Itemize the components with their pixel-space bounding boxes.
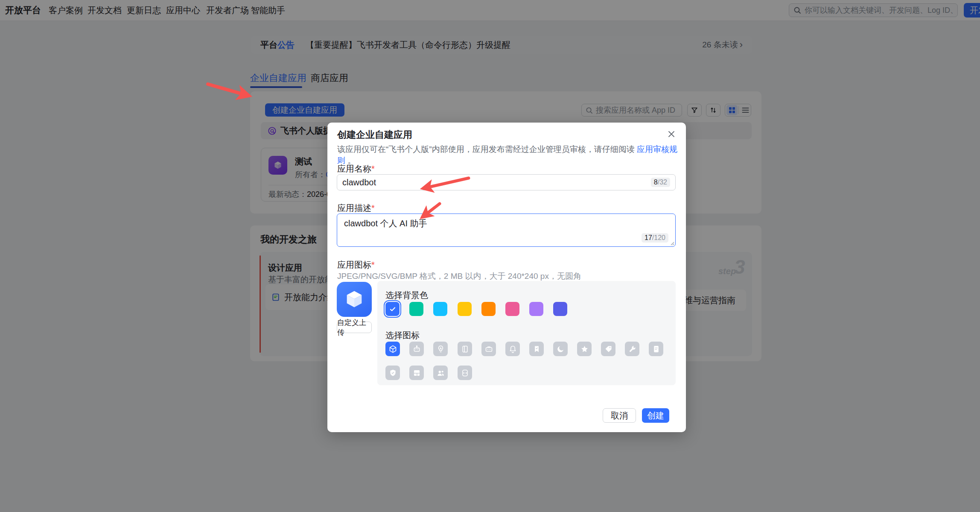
bg-color-swatch-pink[interactable] [505, 302, 519, 316]
code-icon-option[interactable] [458, 366, 472, 380]
bg-color-title: 选择背景色 [385, 290, 428, 301]
cancel-button[interactable]: 取消 [603, 408, 636, 423]
bg-color-swatch-orange[interactable] [481, 302, 496, 316]
desc-char-counter: 17/120 [642, 233, 668, 243]
bg-color-swatch-cyan[interactable] [433, 302, 447, 316]
layout-icon-option[interactable] [409, 366, 424, 380]
cube-icon [343, 288, 365, 310]
close-icon[interactable] [666, 129, 677, 140]
icon-field-label: 应用图标* [337, 259, 375, 271]
confirm-button[interactable]: 创建 [642, 408, 669, 423]
app-icon-preview [337, 282, 372, 317]
shield-check-icon-option[interactable] [385, 366, 400, 380]
screen: 开放平台 客户案例 开发文档 更新日志 应用中心 开发者广场 智能助手 你可以输… [0, 0, 980, 512]
app-name-input[interactable]: clawdbot 8/32 [337, 174, 676, 190]
app-name-value: clawdbot [342, 178, 651, 187]
modal-title: 创建企业自建应用 [337, 129, 412, 141]
robot-icon-option[interactable] [409, 342, 424, 356]
users-icon-option[interactable] [433, 366, 448, 380]
create-app-modal: 创建企业自建应用 该应用仅可在“飞书个人版”内部使用，应用发布需经过企业管理员审… [327, 123, 686, 432]
desc-field-label: 应用描述* [337, 202, 375, 214]
cube-icon-option[interactable] [385, 342, 400, 356]
wrench-icon-option[interactable] [625, 342, 639, 356]
star-icon-option[interactable] [577, 342, 592, 356]
name-field-label: 应用名称* [337, 163, 375, 175]
app-desc-textarea[interactable]: clawdbot 个人 AI 助手 17/120 [337, 214, 676, 247]
bg-color-swatch-indigo[interactable] [553, 302, 567, 316]
resize-handle[interactable] [669, 240, 674, 246]
bulb-icon-option[interactable] [433, 342, 448, 356]
moon-icon-option[interactable] [553, 342, 568, 356]
book-icon-option[interactable] [458, 342, 472, 356]
tag-icon-option[interactable] [601, 342, 615, 356]
bg-color-swatch-yellow[interactable] [458, 302, 472, 316]
bg-color-swatch-green[interactable] [409, 302, 423, 316]
icon-picker-panel: 选择背景色 选择图标 [377, 281, 676, 385]
check-icon [389, 305, 397, 313]
modal-subtitle: 该应用仅可在“飞书个人版”内部使用，应用发布需经过企业管理员审核，请仔细阅读 应… [337, 144, 679, 166]
name-char-counter: 8/32 [651, 178, 670, 187]
briefcase-icon-option[interactable] [481, 342, 496, 356]
app-desc-value: clawdbot 个人 AI 助手 [344, 218, 427, 229]
file-icon-option[interactable] [649, 342, 663, 356]
icon-list-title: 选择图标 [385, 330, 420, 341]
bg-color-swatch-purple[interactable] [529, 302, 543, 316]
icon-field-hint: JPEG/PNG/SVG/BMP 格式，2 MB 以内，大于 240*240 p… [337, 271, 581, 282]
bookmark-check-icon-option[interactable] [529, 342, 544, 356]
bg-color-swatch-blue[interactable] [385, 302, 400, 316]
custom-upload-button[interactable]: 自定义上传 [337, 322, 372, 333]
bell-icon-option[interactable] [505, 342, 520, 356]
